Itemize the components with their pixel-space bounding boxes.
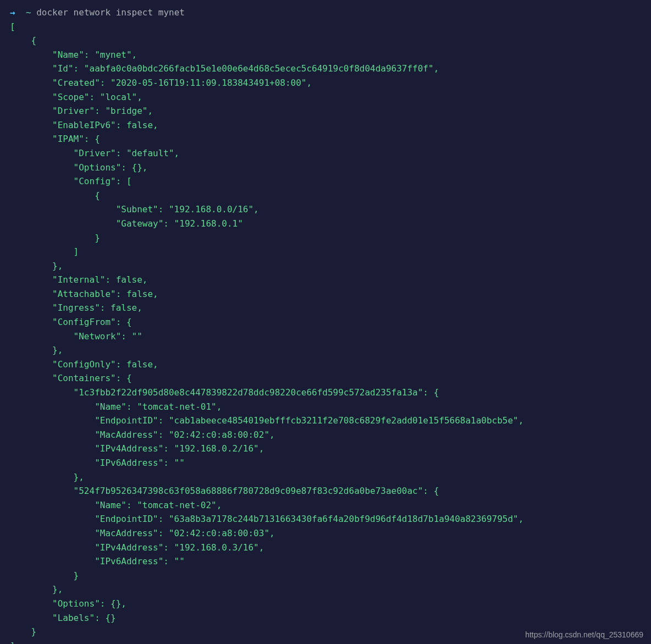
output-line: },	[10, 345, 63, 355]
output-line: },	[10, 261, 63, 271]
output-line: "Attachable": false,	[10, 289, 158, 299]
output-line: "Created": "2020-05-16T19:11:09.18384349…	[10, 78, 312, 88]
watermark-text: https://blog.csdn.net/qq_25310669	[525, 629, 643, 641]
output-line: "IPv4Address": "192.168.0.2/16",	[10, 443, 264, 454]
output-line: }	[10, 626, 36, 637]
output-line: "Config": [	[10, 176, 132, 186]
output-line: "Labels": {}	[10, 613, 116, 623]
output-line: "Internal": false,	[10, 274, 147, 285]
output-line: "Gateway": "192.168.0.1"	[10, 218, 243, 229]
output-line: "IPAM": {	[10, 134, 100, 144]
output-line: "ConfigOnly": false,	[10, 359, 158, 370]
output-line: "Options": {},	[10, 162, 147, 173]
output-line: "Containers": {	[10, 373, 132, 383]
prompt-tilde: ~	[26, 7, 31, 18]
output-line: "MacAddress": "02:42:c0:a8:00:03",	[10, 528, 275, 538]
output-line: "Network": ""	[10, 331, 142, 342]
output-line: },	[10, 472, 84, 482]
output-line: "1c3fbb2f22df905d80e8c447839822d78ddc982…	[10, 387, 439, 398]
output-line: "Id": "aabfa0c0a0bdc266facb15e1e00e6e4d6…	[10, 63, 439, 74]
output-line: "Name": "tomcat-net-02",	[10, 500, 222, 510]
output-line: "EndpointID": "cab1abeece4854019ebfffcb3…	[10, 415, 523, 426]
output-line: "EnableIPv6": false,	[10, 120, 158, 130]
output-line: "IPv6Address": ""	[10, 458, 185, 468]
output-line: "Name": "mynet",	[10, 49, 137, 60]
output-line: }	[10, 570, 79, 581]
output-line: "IPv4Address": "192.168.0.3/16",	[10, 542, 264, 553]
output-line: "MacAddress": "02:42:c0:a8:00:02",	[10, 430, 275, 440]
output-line: "Scope": "local",	[10, 92, 142, 102]
output-line: "Driver": "default",	[10, 148, 179, 158]
output-line: "IPv6Address": ""	[10, 556, 185, 566]
output-line: "EndpointID": "63a8b3a7178c244b713166343…	[10, 514, 523, 524]
output-line: ]	[10, 246, 79, 257]
prompt-arrow: →	[10, 7, 15, 18]
output-line: {	[10, 190, 100, 201]
terminal[interactable]: → ~ docker network inspect mynet [ { "Na…	[10, 5, 641, 644]
output-line: {	[10, 35, 36, 46]
output-line: "Ingress": false,	[10, 302, 142, 313]
output-line: }	[10, 233, 100, 243]
command-text: docker network inspect mynet	[36, 7, 185, 18]
output-line: },	[10, 584, 63, 595]
output-line: ]	[10, 641, 15, 644]
output-line: "Driver": "bridge",	[10, 106, 153, 116]
output-line: "Options": {},	[10, 598, 126, 609]
output-line: [	[10, 21, 15, 32]
output-line: "ConfigFrom": {	[10, 317, 132, 327]
output-line: "Subnet": "192.168.0.0/16",	[10, 204, 259, 214]
output-line: "Name": "tomcat-net-01",	[10, 401, 222, 412]
output-line: "524f7b9526347398c63f058a68886f780728d9c…	[10, 486, 439, 496]
